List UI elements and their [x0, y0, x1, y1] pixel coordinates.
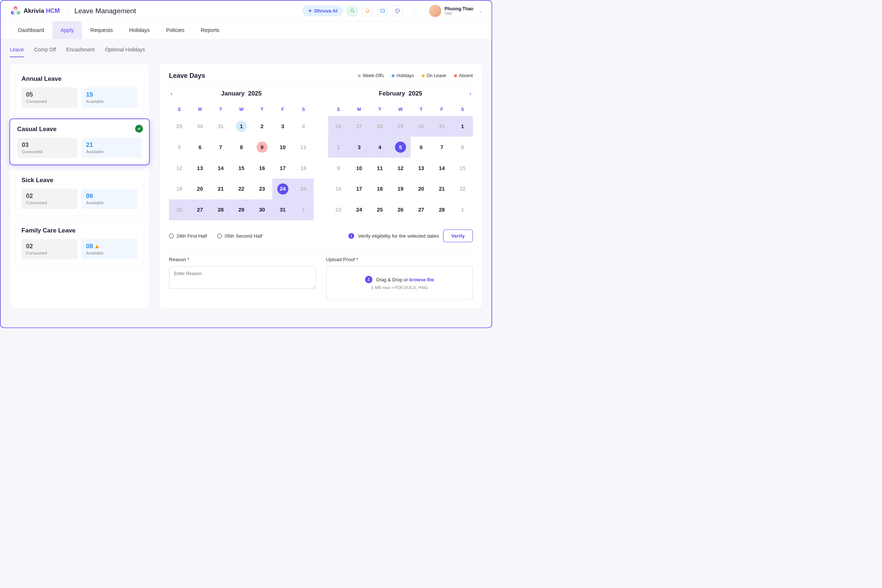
calendar-day[interactable]: 29 — [390, 116, 411, 136]
calendar-day[interactable]: 15 — [452, 158, 473, 178]
calendar-day[interactable]: 22 — [452, 178, 473, 200]
calendar-day[interactable]: 11 — [293, 136, 314, 158]
second-half-radio[interactable]: 05th Second Half — [217, 233, 262, 239]
calendar-day[interactable]: 4 — [369, 136, 390, 158]
verify-button[interactable]: Verify — [443, 230, 473, 242]
calendar-day[interactable]: 4 — [293, 116, 314, 136]
nav-tab-apply[interactable]: Apply — [52, 21, 82, 39]
calendar-day[interactable]: 2 — [328, 136, 349, 158]
calendar-day[interactable]: 5 — [169, 136, 189, 158]
calendar-day[interactable]: 10 — [272, 136, 293, 158]
calendar-day[interactable]: 8 — [231, 136, 252, 158]
calendar-day[interactable]: 23 — [252, 178, 272, 200]
calendar-day[interactable]: 16 — [328, 178, 349, 200]
calendar-day[interactable]: 24 — [272, 178, 293, 200]
calendar-day[interactable]: 19 — [390, 178, 411, 200]
calendar-day[interactable]: 11 — [369, 158, 390, 178]
sub-tab-encashment[interactable]: Encashment — [66, 46, 95, 57]
calendar-day[interactable]: 22 — [231, 178, 252, 200]
calendar-day[interactable]: 27 — [349, 116, 369, 136]
calendar-day[interactable]: 9 — [252, 136, 272, 158]
calendar-day[interactable]: 1 — [293, 200, 314, 220]
calendar-day[interactable]: 9 — [328, 158, 349, 178]
nav-tab-policies[interactable]: Policies — [158, 21, 193, 39]
calendar-day[interactable]: 8 — [452, 136, 473, 158]
calendar-day[interactable]: 13 — [411, 158, 431, 178]
calendar-day[interactable]: 7 — [210, 136, 231, 158]
calendar-day[interactable]: 20 — [411, 178, 431, 200]
logo[interactable]: Akrivia HCM — [10, 5, 60, 16]
search-button[interactable] — [347, 5, 358, 16]
nav-tab-holidays[interactable]: Holidays — [121, 21, 158, 39]
calendar-day[interactable]: 1 — [452, 200, 473, 220]
browse-file-link[interactable]: browse file — [409, 277, 434, 282]
calendar-day[interactable]: 19 — [169, 178, 189, 200]
calendar-day[interactable]: 31 — [431, 116, 452, 136]
calendar-day[interactable]: 21 — [210, 178, 231, 200]
calendar-day[interactable]: 26 — [328, 116, 349, 136]
calendar-day[interactable]: 13 — [189, 158, 210, 178]
leave-card-sick-leave[interactable]: Sick Leave02Consumed06Available — [15, 170, 144, 216]
sub-tab-leave[interactable]: Leave — [10, 46, 24, 57]
legend-item: On Leave — [422, 73, 446, 79]
language-button[interactable]: A文 — [377, 5, 388, 16]
calendar-day[interactable]: 29 — [231, 200, 252, 220]
notifications-button[interactable] — [362, 5, 373, 16]
calendar-day[interactable]: 14 — [431, 158, 452, 178]
calendar-day[interactable]: 23 — [328, 200, 349, 220]
calendar-day[interactable]: 25 — [293, 178, 314, 200]
calendar-day[interactable]: 30 — [252, 200, 272, 220]
ai-button[interactable]: Dhruva AI — [302, 6, 343, 16]
nav-tab-dashboard[interactable]: Dashboard — [10, 21, 53, 39]
calendar-day[interactable]: 31 — [272, 200, 293, 220]
first-half-radio[interactable]: 24th First Half — [169, 233, 207, 239]
calendar-day[interactable]: 17 — [272, 158, 293, 178]
calendar-day[interactable]: 28 — [369, 116, 390, 136]
calendar-day[interactable]: 17 — [349, 178, 369, 200]
next-month-button[interactable]: › — [468, 89, 473, 98]
calendar-day[interactable]: 18 — [369, 178, 390, 200]
calendar-day[interactable]: 10 — [349, 158, 369, 178]
calendar-day[interactable]: 5 — [390, 136, 411, 158]
calendar-day[interactable]: 6 — [189, 136, 210, 158]
user-menu[interactable]: Phuong Thao User ⌄ — [429, 5, 482, 17]
calendar-day[interactable]: 28 — [210, 200, 231, 220]
nav-tab-requests[interactable]: Requests — [82, 21, 121, 39]
calendar-day[interactable]: 15 — [231, 158, 252, 178]
nav-tab-reports[interactable]: Reports — [192, 21, 227, 39]
calendar-day[interactable]: 18 — [293, 158, 314, 178]
calendar-day[interactable]: 14 — [210, 158, 231, 178]
calendar-day[interactable]: 31 — [210, 116, 231, 136]
calendar-day[interactable]: 21 — [431, 178, 452, 200]
upload-dropzone[interactable]: Drag & Drop or browse file 5 MB max • PD… — [326, 266, 473, 300]
theme-button[interactable] — [392, 5, 403, 16]
calendar-day[interactable]: 20 — [189, 178, 210, 200]
calendar-day[interactable]: 27 — [189, 200, 210, 220]
leave-card-casual-leave[interactable]: Casual Leave03Consumed21Available — [9, 118, 150, 165]
sub-tab-optional-holidays[interactable]: Optional Holidays — [105, 46, 145, 57]
calendar-day[interactable]: 6 — [411, 136, 431, 158]
prev-month-button[interactable]: ‹ — [169, 89, 174, 98]
calendar-day[interactable]: 28 — [431, 200, 452, 220]
calendar-day[interactable]: 7 — [431, 136, 452, 158]
calendar-day[interactable]: 30 — [411, 116, 431, 136]
calendar-day[interactable]: 1 — [452, 116, 473, 136]
leave-card-annual-leave[interactable]: Annual Leave05Consumed15Available — [15, 69, 144, 114]
calendar-day[interactable]: 12 — [169, 158, 189, 178]
calendar-day[interactable]: 30 — [189, 116, 210, 136]
calendar-day[interactable]: 3 — [349, 136, 369, 158]
calendar-day[interactable]: 1 — [231, 116, 252, 136]
leave-card-family-care-leave[interactable]: Family Care Leave02Consumed08▲Available — [15, 220, 144, 266]
calendar-day[interactable]: 24 — [349, 200, 369, 220]
calendar-day[interactable]: 3 — [272, 116, 293, 136]
calendar-day[interactable]: 29 — [169, 116, 189, 136]
reason-input[interactable] — [169, 266, 316, 289]
calendar-day[interactable]: 16 — [252, 158, 272, 178]
calendar-day[interactable]: 26 — [169, 200, 189, 220]
calendar-day[interactable]: 26 — [390, 200, 411, 220]
calendar-day[interactable]: 25 — [369, 200, 390, 220]
calendar-day[interactable]: 12 — [390, 158, 411, 178]
calendar-day[interactable]: 27 — [411, 200, 431, 220]
calendar-day[interactable]: 2 — [252, 116, 272, 136]
sub-tab-comp-off[interactable]: Comp Off — [34, 46, 56, 57]
